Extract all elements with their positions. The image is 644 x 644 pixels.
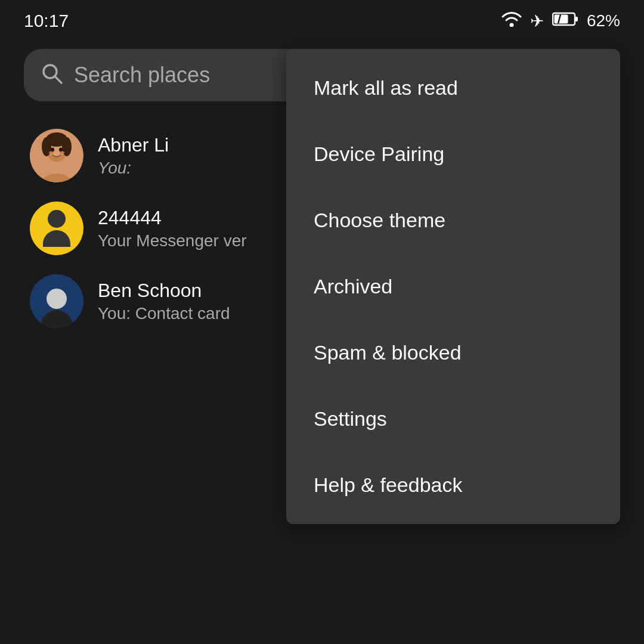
dropdown-menu: Mark all as read Device Pairing Choose t…: [286, 49, 620, 524]
battery-percent: 62%: [587, 11, 620, 30]
svg-point-15: [51, 148, 54, 152]
chat-preview-abner: You:: [98, 159, 169, 178]
main-content: Search places: [24, 49, 620, 338]
avatar-ben: [30, 274, 83, 328]
chat-info-abner: Abner Li You:: [98, 134, 169, 178]
chat-item-244444[interactable]: 244444 Your Messenger ver: [24, 192, 310, 265]
status-bar: 10:17 ✈ 62%: [0, 0, 644, 37]
menu-item-device-pairing[interactable]: Device Pairing: [286, 121, 620, 187]
svg-rect-2: [554, 14, 568, 23]
svg-rect-3: [575, 17, 578, 21]
search-icon: [41, 62, 63, 88]
chat-preview-ben: You: Contact card: [98, 304, 230, 323]
chat-name-abner: Abner Li: [98, 134, 169, 156]
chat-item-ben-schoon[interactable]: Ben Schoon You: Contact card: [24, 265, 310, 338]
battery-icon: [552, 11, 578, 31]
status-time: 10:17: [24, 11, 69, 31]
menu-item-spam-blocked[interactable]: Spam & blocked: [286, 320, 620, 386]
svg-point-18: [60, 151, 64, 154]
svg-point-0: [509, 23, 513, 27]
svg-point-17: [49, 151, 54, 154]
chat-info-ben: Ben Schoon You: Contact card: [98, 280, 230, 323]
search-placeholder: Search places: [74, 63, 210, 88]
avatar-abner: [30, 129, 83, 182]
chat-item-abner-li[interactable]: Abner Li You:: [24, 119, 310, 192]
chat-name-ben: Ben Schoon: [98, 280, 230, 302]
menu-item-settings[interactable]: Settings: [286, 386, 620, 452]
menu-item-help-feedback[interactable]: Help & feedback: [286, 452, 620, 518]
svg-line-6: [55, 76, 61, 83]
status-bar-right: ✈ 62%: [501, 11, 620, 31]
chat-preview-244444: Your Messenger ver: [98, 231, 247, 250]
wifi-icon: [501, 11, 522, 31]
menu-item-mark-all-read[interactable]: Mark all as read: [286, 55, 620, 121]
chat-name-244444: 244444: [98, 207, 247, 229]
avatar-244444: [30, 202, 83, 255]
menu-item-archived[interactable]: Archived: [286, 253, 620, 320]
chat-info-244444: 244444 Your Messenger ver: [98, 207, 247, 250]
svg-point-16: [59, 148, 63, 152]
chat-list: Search places: [24, 49, 310, 338]
airplane-icon: ✈: [530, 11, 544, 31]
search-bar[interactable]: Search places: [24, 49, 310, 101]
menu-item-choose-theme[interactable]: Choose theme: [286, 187, 620, 253]
